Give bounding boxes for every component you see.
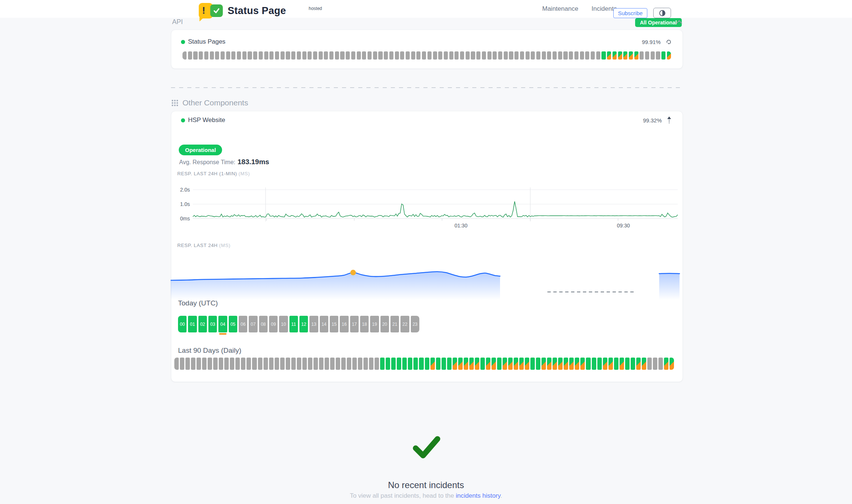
uptime-bar-empty[interactable] (319, 358, 323, 370)
uptime-bar-partial[interactable] (575, 358, 579, 370)
uptime-bar-empty[interactable] (297, 51, 301, 60)
hour-block-18[interactable]: 18 (360, 316, 369, 332)
theme-toggle-button[interactable] (653, 8, 671, 18)
uptime-bar-empty[interactable] (542, 51, 546, 60)
uptime-bar-empty[interactable] (504, 51, 508, 60)
uptime-bar-partial[interactable] (670, 358, 674, 370)
uptime-bar-empty[interactable] (258, 358, 262, 370)
hour-block-05[interactable]: 05 (229, 316, 237, 332)
uptime-bar-partial[interactable] (492, 358, 496, 370)
uptime-bar-empty[interactable] (219, 358, 223, 370)
uptime-bar-empty[interactable] (591, 51, 595, 60)
uptime-bar-partial[interactable] (547, 358, 551, 370)
uptime-bar-empty[interactable] (226, 51, 230, 60)
uptime-bar-partial[interactable] (525, 358, 529, 370)
uptime-bar-empty[interactable] (340, 51, 344, 60)
uptime-bar-empty[interactable] (580, 51, 584, 60)
uptime-bar-empty[interactable] (658, 358, 663, 370)
uptime-bar-empty[interactable] (514, 51, 519, 60)
uptime-bar-empty[interactable] (375, 358, 379, 370)
uptime-bar-up[interactable] (419, 358, 423, 370)
uptime-bar-up[interactable] (536, 358, 540, 370)
uptime-bar-up[interactable] (413, 358, 418, 370)
uptime-bar-empty[interactable] (330, 358, 335, 370)
response-time-line-chart[interactable]: 2.0s1.0s0ms01:3009:30 (179, 185, 679, 231)
uptime-bar-empty[interactable] (653, 358, 657, 370)
uptime-bar-empty[interactable] (253, 51, 257, 60)
uptime-bar-partial[interactable] (553, 358, 557, 370)
uptime-bar-empty[interactable] (433, 51, 437, 60)
uptime-bar-empty[interactable] (647, 358, 652, 370)
uptime-bar-empty[interactable] (215, 51, 219, 60)
uptime-bar-empty[interactable] (449, 51, 453, 60)
uptime-bar-empty[interactable] (416, 51, 420, 60)
hour-block-03[interactable]: 03 (208, 316, 217, 332)
status-page-logo[interactable]: ! Status Page hosted (199, 3, 286, 19)
uptime-bar-partial[interactable] (486, 358, 490, 370)
uptime-bar-partial[interactable] (564, 358, 568, 370)
uptime-bar-empty[interactable] (193, 51, 197, 60)
uptime-bar-up[interactable] (661, 51, 665, 60)
uptime-bar-empty[interactable] (362, 51, 366, 60)
uptime-bar-empty[interactable] (427, 51, 432, 60)
uptime-bar-up[interactable] (380, 358, 385, 370)
uptime-bar-partial[interactable] (430, 358, 435, 370)
uptime-bar-partial[interactable] (503, 358, 507, 370)
uptime-bar-partial[interactable] (569, 358, 574, 370)
uptime-bar-empty[interactable] (235, 358, 240, 370)
uptime-bar-empty[interactable] (269, 51, 274, 60)
hour-block-20[interactable]: 20 (380, 316, 389, 332)
uptime-bar-empty[interactable] (237, 51, 241, 60)
uptime-bar-empty[interactable] (221, 51, 225, 60)
uptime-bar-partial[interactable] (607, 51, 611, 60)
uptime-bar-empty[interactable] (248, 51, 252, 60)
uptime-bar-up[interactable] (402, 358, 407, 370)
overall-status-badge[interactable]: All Operational (635, 18, 682, 27)
uptime-bar-empty[interactable] (319, 51, 323, 60)
uptime-bar-empty[interactable] (329, 51, 333, 60)
refresh-icon[interactable] (666, 39, 671, 45)
uptime-bar-empty[interactable] (291, 358, 296, 370)
uptime-bar-empty[interactable] (199, 51, 203, 60)
uptime-bar-empty[interactable] (197, 358, 201, 370)
uptime-bar-partial[interactable] (464, 358, 468, 370)
uptime-bar-up[interactable] (601, 51, 606, 60)
uptime-bar-partial[interactable] (514, 358, 518, 370)
uptime-bar-partial[interactable] (519, 358, 524, 370)
uptime-bar-empty[interactable] (444, 51, 448, 60)
uptime-bar-empty[interactable] (213, 358, 218, 370)
uptime-bar-empty[interactable] (313, 358, 318, 370)
uptime-bar-empty[interactable] (547, 51, 551, 60)
uptime-bar-empty[interactable] (406, 51, 410, 60)
hour-block-19[interactable]: 19 (370, 316, 379, 332)
uptime-bar-empty[interactable] (645, 51, 649, 60)
uptime-bar-empty[interactable] (336, 358, 340, 370)
uptime-bar-empty[interactable] (553, 51, 557, 60)
uptime-bar-up[interactable] (425, 358, 429, 370)
uptime-bar-empty[interactable] (241, 358, 245, 370)
uptime-bar-up[interactable] (625, 358, 630, 370)
uptime-bar-empty[interactable] (520, 51, 524, 60)
uptime-bar-partial[interactable] (613, 51, 617, 60)
uptime-bar-empty[interactable] (471, 51, 475, 60)
uptime-bar-up[interactable] (530, 358, 535, 370)
uptime-bar-partial[interactable] (580, 358, 585, 370)
uptime-bar-empty[interactable] (352, 358, 357, 370)
uptime-bar-empty[interactable] (341, 358, 346, 370)
uptime-bar-empty[interactable] (368, 51, 372, 60)
uptime-bar-empty[interactable] (286, 358, 290, 370)
uptime-bar-up[interactable] (497, 358, 502, 370)
uptime-bar-empty[interactable] (242, 51, 246, 60)
uptime-bar-empty[interactable] (466, 51, 470, 60)
uptime-bar-empty[interactable] (656, 51, 660, 60)
uptime-bar-partial[interactable] (453, 358, 457, 370)
uptime-bar-empty[interactable] (574, 51, 578, 60)
uptime-bar-empty[interactable] (208, 358, 212, 370)
uptime-bar-up[interactable] (631, 358, 635, 370)
uptime-bar-empty[interactable] (346, 51, 350, 60)
uptime-bar-empty[interactable] (281, 51, 285, 60)
uptime-bar-empty[interactable] (640, 51, 644, 60)
uptime-bar-empty[interactable] (275, 51, 279, 60)
hour-block-02[interactable]: 02 (198, 316, 207, 332)
uptime-bar-up[interactable] (391, 358, 396, 370)
